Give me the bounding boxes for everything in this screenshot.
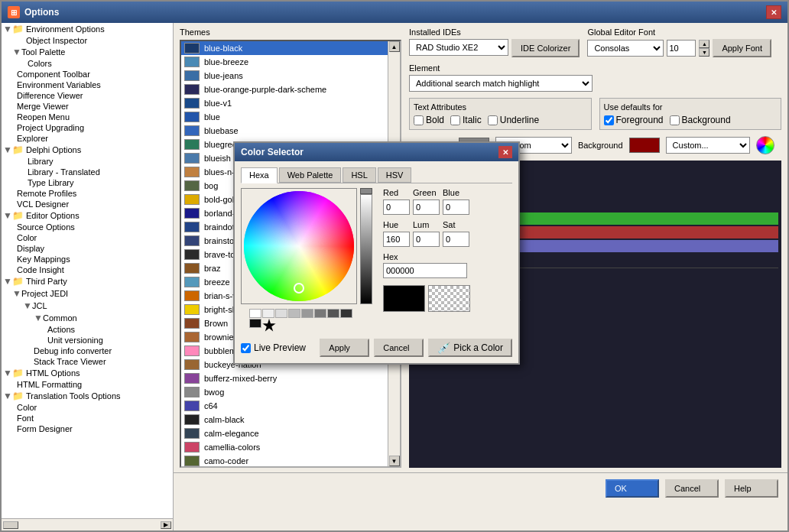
italic-checkbox[interactable]: Italic bbox=[450, 115, 482, 125]
brightness-handle[interactable] bbox=[360, 188, 372, 194]
cs-close-button[interactable]: ✕ bbox=[498, 146, 512, 158]
theme-item-c64[interactable]: c64 bbox=[181, 399, 388, 413]
tree-item-vcl-designer[interactable]: VCL Designer bbox=[2, 199, 173, 209]
theme-item-bwog[interactable]: bwog bbox=[181, 385, 388, 399]
tree-item-editor-options[interactable]: ▼ 📁 Editor Options bbox=[2, 209, 173, 222]
tree-item-html-formatting[interactable]: HTML Formatting bbox=[2, 379, 173, 390]
underline-checkbox[interactable]: Underline bbox=[488, 115, 539, 125]
tree-item-type-library[interactable]: Type Library bbox=[2, 177, 173, 188]
swatch-7[interactable] bbox=[340, 309, 352, 318]
swatch-8[interactable] bbox=[249, 319, 261, 328]
theme-item-bluebase[interactable]: bluebase bbox=[181, 124, 388, 138]
theme-item-blue-v1[interactable]: blue-v1 bbox=[181, 96, 388, 110]
swatch-black-star[interactable] bbox=[262, 319, 276, 332]
font-size-down-btn[interactable]: ▼ bbox=[699, 48, 709, 57]
tree-item-translation-tools[interactable]: ▼ 📁 Translation Tools Options bbox=[2, 390, 173, 402]
scroll-up-btn[interactable]: ▲ bbox=[389, 41, 400, 52]
underline-check-input[interactable] bbox=[488, 115, 498, 125]
bold-checkbox[interactable]: Bold bbox=[414, 115, 444, 125]
theme-item-camo-coder[interactable]: camo-coder bbox=[181, 454, 388, 466]
element-select[interactable]: Additional search match highlight bbox=[409, 75, 593, 92]
tree-item-key-mappings[interactable]: Key Mappings bbox=[2, 254, 173, 264]
hue-input[interactable] bbox=[383, 232, 410, 247]
tab-web-palette[interactable]: Web Palette bbox=[279, 167, 342, 183]
red-input[interactable] bbox=[383, 200, 410, 215]
color-apply-button[interactable]: Apply bbox=[320, 339, 369, 357]
tree-item-actions[interactable]: Actions bbox=[2, 324, 173, 335]
tab-hsl[interactable]: HSL bbox=[343, 167, 375, 183]
tree-item-delphi-options[interactable]: ▼ 📁 Delphi Options bbox=[2, 144, 173, 156]
hex-input[interactable] bbox=[383, 263, 467, 278]
tree-item-tool-palette[interactable]: ▼ Tool Palette bbox=[2, 46, 173, 58]
tree-item-colors[interactable]: Colors bbox=[2, 58, 173, 69]
tree-item-third-party[interactable]: ▼ 📁 Third Party bbox=[2, 275, 173, 287]
theme-item-blue-jeans[interactable]: blue-jeans bbox=[181, 69, 388, 83]
theme-item-blue[interactable]: blue bbox=[181, 110, 388, 124]
sat-input[interactable] bbox=[443, 232, 469, 247]
scroll-thumb[interactable] bbox=[3, 521, 18, 529]
tree-item-html-options[interactable]: ▼ 📁 HTML Options bbox=[2, 367, 173, 379]
tree-item-code-insight[interactable]: Code Insight bbox=[2, 264, 173, 275]
theme-item-blue-black[interactable]: blue-black bbox=[181, 41, 388, 55]
bg-check-input[interactable] bbox=[670, 115, 680, 125]
swatch-3[interactable] bbox=[288, 309, 300, 318]
tree-item-reopen-menu[interactable]: Reopen Menu bbox=[2, 112, 173, 122]
help-button[interactable]: Help bbox=[725, 479, 778, 498]
tree-item-explorer[interactable]: Explorer bbox=[2, 133, 173, 144]
tree-scroll[interactable]: ▼ 📁 Environment Options Object Inspector… bbox=[2, 23, 173, 518]
tree-item-library[interactable]: Library bbox=[2, 156, 173, 167]
swatch-5[interactable] bbox=[314, 309, 326, 318]
theme-item-bufferz[interactable]: bufferz-mixed-berry bbox=[181, 371, 388, 385]
fg-defaults-checkbox[interactable]: Foreground bbox=[604, 115, 664, 125]
tree-item-obj-inspector[interactable]: Object Inspector bbox=[2, 35, 173, 46]
tree-item-display[interactable]: Display bbox=[2, 243, 173, 254]
ok-button[interactable]: OK bbox=[606, 479, 659, 498]
tree-item-form-designer[interactable]: Form Designer bbox=[2, 423, 173, 434]
tree-item-env-options[interactable]: ▼ 📁 Environment Options bbox=[2, 23, 173, 35]
fg-check-input[interactable] bbox=[604, 115, 614, 125]
swatch-white[interactable] bbox=[249, 309, 261, 318]
live-preview-label[interactable]: Live Preview bbox=[241, 342, 306, 353]
theme-item-blue-orange[interactable]: blue-orange-purple-dark-scheme bbox=[181, 83, 388, 96]
ide-colorizer-button[interactable]: IDE Colorizer bbox=[511, 39, 580, 57]
tree-item-color[interactable]: Color bbox=[2, 232, 173, 243]
italic-check-input[interactable] bbox=[450, 115, 460, 125]
tab-hexa[interactable]: Hexa bbox=[241, 167, 278, 183]
theme-item-calm-elegance[interactable]: calm-elegance bbox=[181, 427, 388, 440]
theme-item-blue-breeze[interactable]: blue-breeze bbox=[181, 55, 388, 69]
installed-ides-select[interactable]: RAD Studio XE2 bbox=[409, 39, 508, 56]
tree-item-debug-info[interactable]: Debug info converter bbox=[2, 345, 173, 356]
apply-font-button[interactable]: Apply Font bbox=[713, 39, 771, 57]
font-size-input[interactable] bbox=[667, 40, 696, 57]
scroll-down-btn[interactable]: ▼ bbox=[389, 456, 400, 466]
tree-item-source-options[interactable]: Source Options bbox=[2, 222, 173, 232]
tree-item-project-jedi[interactable]: ▼ Project JEDI bbox=[2, 287, 173, 300]
tree-item-unit-versioning[interactable]: Unit versioning bbox=[2, 335, 173, 345]
theme-item-camellia[interactable]: camellia-colors bbox=[181, 440, 388, 454]
tree-item-stack-trace[interactable]: Stack Trace Viewer bbox=[2, 356, 173, 367]
tree-item-diff-viewer[interactable]: Difference Viewer bbox=[2, 90, 173, 101]
swatch-1[interactable] bbox=[262, 309, 274, 318]
pick-color-button[interactable]: 💉 Pick a Color bbox=[428, 339, 512, 357]
live-preview-checkbox[interactable] bbox=[241, 343, 251, 353]
font-select[interactable]: Consolas bbox=[587, 40, 664, 57]
color-wheel-canvas[interactable] bbox=[241, 188, 357, 304]
tree-item-comp-toolbar[interactable]: Component Toolbar bbox=[2, 69, 173, 79]
tree-item-proj-upgrading[interactable]: Project Upgrading bbox=[2, 122, 173, 133]
blue-input[interactable] bbox=[443, 200, 469, 215]
tree-item-merge-viewer[interactable]: Merge Viewer bbox=[2, 101, 173, 112]
tree-item-jcl[interactable]: ▼ JCL bbox=[2, 300, 173, 312]
swatch-2[interactable] bbox=[275, 309, 287, 318]
tree-item-trans-color[interactable]: Color bbox=[2, 402, 173, 413]
tree-item-common[interactable]: ▼ Common bbox=[2, 312, 173, 324]
tree-item-env-variables[interactable]: Environment Variables bbox=[2, 79, 173, 90]
lum-input[interactable] bbox=[413, 232, 440, 247]
bg-dropdown[interactable]: Custom... bbox=[666, 137, 750, 154]
tree-hscroll[interactable]: ▶ bbox=[2, 518, 173, 530]
swatch-6[interactable] bbox=[327, 309, 339, 318]
green-input[interactable] bbox=[413, 200, 440, 215]
scroll-right-arrow[interactable]: ▶ bbox=[161, 521, 171, 529]
color-cancel-button[interactable]: Cancel bbox=[374, 339, 424, 357]
theme-item-calm-black[interactable]: calm-black bbox=[181, 413, 388, 427]
bold-check-input[interactable] bbox=[414, 115, 424, 125]
